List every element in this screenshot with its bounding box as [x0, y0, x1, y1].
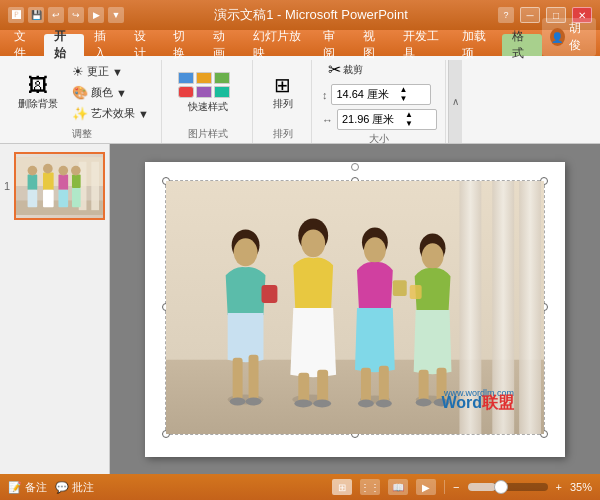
- slideshow-view-button[interactable]: ▶: [416, 479, 436, 495]
- reading-view-button[interactable]: 📖: [388, 479, 408, 495]
- height-field[interactable]: ▲ ▼: [331, 84, 431, 105]
- ribbon-group-arrange: ⊞ 排列 排列: [255, 60, 312, 143]
- picture-styles-label: 图片样式: [172, 125, 244, 143]
- svg-rect-6: [28, 190, 38, 207]
- user-avatar: 👤: [550, 28, 565, 46]
- svg-point-47: [422, 243, 444, 269]
- svg-point-38: [313, 399, 331, 407]
- width-input[interactable]: [342, 114, 402, 126]
- arrange-content: ⊞ 排列: [263, 60, 303, 125]
- tab-design[interactable]: 设计: [124, 34, 164, 56]
- user-account[interactable]: 👤 胡俊: [542, 18, 596, 56]
- svg-point-10: [43, 164, 53, 174]
- zoom-out-button[interactable]: −: [453, 481, 459, 493]
- svg-point-32: [246, 397, 262, 405]
- svg-point-27: [234, 238, 258, 266]
- powerpoint-icon: 🅿: [8, 7, 24, 23]
- tab-developer[interactable]: 开发工具: [393, 34, 453, 56]
- notes-button[interactable]: 📝 备注: [8, 480, 47, 495]
- zoom-percentage: 35%: [570, 481, 592, 493]
- tab-transitions[interactable]: 切换: [163, 34, 203, 56]
- svg-point-45: [376, 399, 392, 407]
- comments-button[interactable]: 💬 批注: [55, 480, 94, 495]
- normal-view-button[interactable]: ⊞: [332, 479, 352, 495]
- tab-insert[interactable]: 插入: [84, 34, 124, 56]
- tab-home[interactable]: 开始: [44, 34, 84, 56]
- tab-file[interactable]: 文件: [4, 34, 44, 56]
- width-spinner[interactable]: ▲ ▼: [405, 111, 413, 128]
- adjust-content: 🖼 删除背景 ☀ 更正▼ 🎨 颜色▼ ✨ 艺术效果▼: [12, 60, 153, 125]
- svg-rect-29: [233, 357, 243, 399]
- svg-point-51: [416, 398, 432, 406]
- height-spinner[interactable]: ▲ ▼: [399, 86, 407, 103]
- user-name: 胡俊: [569, 20, 588, 54]
- zoom-level-display[interactable]: 35%: [570, 481, 592, 493]
- svg-rect-28: [261, 285, 277, 303]
- svg-point-7: [28, 166, 38, 176]
- color-button[interactable]: 🎨 颜色▼: [68, 83, 153, 102]
- quick-styles-label: 快速样式: [188, 100, 228, 114]
- remove-background-button[interactable]: 🖼 删除背景: [12, 71, 64, 115]
- zoom-slider[interactable]: [468, 483, 548, 491]
- svg-rect-12: [59, 190, 69, 207]
- sun-icon: ☀: [72, 64, 84, 79]
- crop-button[interactable]: ✂ 裁剪: [322, 60, 369, 80]
- svg-rect-5: [28, 174, 38, 189]
- height-icon: ↕: [322, 89, 328, 101]
- svg-point-40: [364, 237, 386, 263]
- separator: [444, 480, 445, 494]
- width-field[interactable]: ▲ ▼: [337, 109, 437, 130]
- tab-animations[interactable]: 动画: [203, 34, 243, 56]
- artistic-effects-button[interactable]: ✨ 艺术效果▼: [68, 104, 153, 123]
- quick-styles-button[interactable]: 快速样式: [172, 68, 244, 118]
- svg-rect-35: [298, 372, 309, 402]
- slide-item-1[interactable]: 1: [4, 152, 105, 220]
- window-title: 演示文稿1 - Microsoft PowerPoint: [214, 6, 408, 24]
- svg-point-13: [59, 166, 69, 176]
- canvas-area: www.wordlm.com Word联盟: [110, 144, 600, 474]
- adjust-label: 调整: [12, 125, 153, 143]
- arrange-button[interactable]: ⊞ 排列: [263, 71, 303, 115]
- slides-panel: 1: [0, 144, 110, 474]
- redo-icon[interactable]: ↪: [68, 7, 84, 23]
- tab-slideshow[interactable]: 幻灯片放映: [243, 34, 313, 56]
- zoom-fill: [468, 483, 496, 491]
- rotate-handle[interactable]: [351, 163, 359, 171]
- ribbon-group-size: ✂ 裁剪 ↕ ▲ ▼ ↔ ▲ ▼: [314, 60, 446, 143]
- slide-canvas[interactable]: www.wordlm.com Word联盟: [145, 162, 565, 457]
- ribbon-tabs: 文件 开始 插入 设计 切换 动画 幻灯片放映 审阅 视图 开发工具 加载项 格…: [0, 30, 600, 56]
- height-input[interactable]: [336, 89, 396, 101]
- svg-rect-36: [317, 369, 328, 402]
- comments-icon: 💬: [55, 481, 69, 494]
- play-icon[interactable]: ▶: [88, 7, 104, 23]
- tab-format[interactable]: 格式: [502, 34, 542, 56]
- tab-review[interactable]: 审阅: [313, 34, 353, 56]
- svg-rect-15: [72, 188, 81, 207]
- svg-rect-14: [72, 174, 81, 188]
- slidesorter-view-button[interactable]: ⋮⋮: [360, 479, 380, 495]
- minimize-button[interactable]: ─: [520, 7, 540, 23]
- corrections-button[interactable]: ☀ 更正▼: [68, 62, 153, 81]
- crop-icon: ✂: [328, 62, 341, 78]
- status-bar: 📝 备注 💬 批注 ⊞ ⋮⋮ 📖 ▶ − + 35%: [0, 474, 600, 500]
- save-icon[interactable]: 💾: [28, 7, 44, 23]
- notes-label: 备注: [25, 480, 47, 495]
- image-frame[interactable]: www.wordlm.com Word联盟: [165, 180, 545, 435]
- ribbon-collapse-button[interactable]: ∧: [448, 60, 462, 143]
- title-bar: 🅿 💾 ↩ ↪ ▶ ▼ 演示文稿1 - Microsoft PowerPoint…: [0, 0, 600, 30]
- correction-column: ☀ 更正▼ 🎨 颜色▼ ✨ 艺术效果▼: [68, 62, 153, 123]
- svg-point-16: [71, 166, 81, 176]
- zoom-in-button[interactable]: +: [556, 481, 562, 493]
- help-button[interactable]: ?: [498, 7, 514, 23]
- status-left: 📝 备注 💬 批注: [8, 480, 94, 495]
- zoom-thumb[interactable]: [494, 480, 508, 494]
- slide-thumbnail-1[interactable]: [14, 152, 105, 220]
- arrange-label: 排列: [263, 125, 303, 143]
- arrange-icon: ⊞: [274, 75, 291, 95]
- svg-rect-48: [410, 285, 422, 299]
- tab-addins[interactable]: 加载项: [452, 34, 502, 56]
- customize-icon[interactable]: ▼: [108, 7, 124, 23]
- tab-view[interactable]: 视图: [353, 34, 393, 56]
- undo-icon[interactable]: ↩: [48, 7, 64, 23]
- svg-rect-43: [379, 365, 389, 402]
